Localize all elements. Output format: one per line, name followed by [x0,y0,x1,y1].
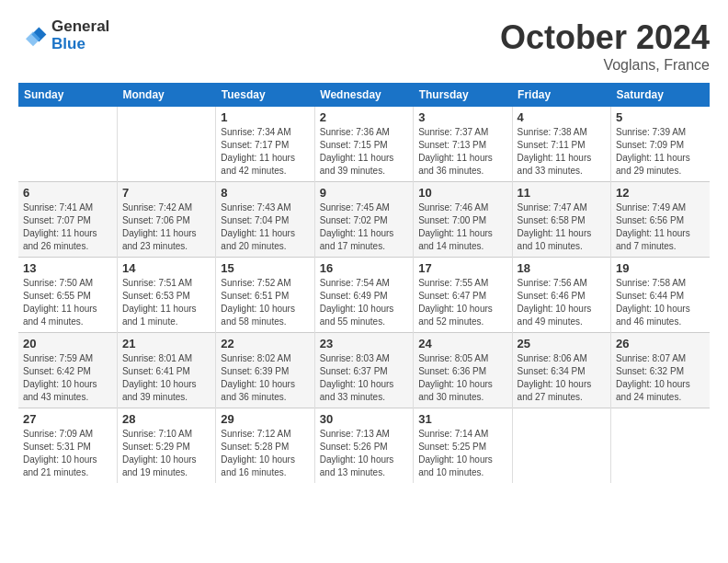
day-number: 28 [122,412,210,426]
day-number: 17 [418,261,506,275]
day-number: 25 [518,337,606,350]
day-info: Sunrise: 7:51 AM Sunset: 6:53 PM Dayligh… [122,277,210,328]
calendar-cell [512,408,610,484]
day-info: Sunrise: 8:06 AM Sunset: 6:34 PM Dayligh… [518,352,606,404]
calendar-cell: 18Sunrise: 7:56 AM Sunset: 6:46 PM Dayli… [512,258,610,333]
day-info: Sunrise: 7:41 AM Sunset: 7:07 PM Dayligh… [23,201,112,253]
day-header-wednesday: Wednesday [314,83,413,107]
calendar-cell: 14Sunrise: 7:51 AM Sunset: 6:53 PM Dayli… [117,258,215,333]
calendar-cell: 10Sunrise: 7:46 AM Sunset: 7:00 PM Dayli… [414,182,512,258]
day-number: 23 [320,337,408,350]
day-number: 29 [221,412,309,426]
day-info: Sunrise: 7:45 AM Sunset: 7:02 PM Dayligh… [320,201,408,253]
title-block: October 2024 Voglans, France [500,18,710,74]
day-info: Sunrise: 7:36 AM Sunset: 7:15 PM Dayligh… [320,126,408,178]
calendar-cell: 4Sunrise: 7:38 AM Sunset: 7:11 PM Daylig… [512,107,610,182]
calendar-cell: 28Sunrise: 7:10 AM Sunset: 5:29 PM Dayli… [117,408,215,484]
calendar-cell: 30Sunrise: 7:13 AM Sunset: 5:26 PM Dayli… [314,408,413,484]
calendar-cell: 3Sunrise: 7:37 AM Sunset: 7:13 PM Daylig… [414,107,512,182]
calendar-cell: 29Sunrise: 7:12 AM Sunset: 5:28 PM Dayli… [216,408,314,484]
calendar-table: SundayMondayTuesdayWednesdayThursdayFrid… [18,83,710,483]
calendar-cell: 26Sunrise: 8:07 AM Sunset: 6:32 PM Dayli… [611,333,710,408]
day-number: 13 [23,261,112,275]
day-info: Sunrise: 7:13 AM Sunset: 5:26 PM Dayligh… [320,428,408,479]
day-info: Sunrise: 7:42 AM Sunset: 7:06 PM Dayligh… [122,201,210,253]
day-number: 22 [221,337,309,350]
week-row-5: 27Sunrise: 7:09 AM Sunset: 5:31 PM Dayli… [18,408,710,484]
day-header-tuesday: Tuesday [216,83,314,107]
day-info: Sunrise: 7:38 AM Sunset: 7:11 PM Dayligh… [518,126,606,178]
calendar-cell: 22Sunrise: 8:02 AM Sunset: 6:39 PM Dayli… [216,333,314,408]
day-number: 3 [418,110,506,124]
day-number: 11 [518,186,606,200]
calendar-cell: 23Sunrise: 8:03 AM Sunset: 6:37 PM Dayli… [314,333,413,408]
day-header-saturday: Saturday [611,83,710,107]
calendar-cell [611,408,710,484]
days-header-row: SundayMondayTuesdayWednesdayThursdayFrid… [18,83,710,107]
day-number: 15 [221,261,309,275]
day-info: Sunrise: 7:09 AM Sunset: 5:31 PM Dayligh… [23,428,112,479]
logo-icon [18,21,48,51]
day-number: 31 [418,412,506,426]
logo: General Blue [18,18,109,52]
logo-text-line2: Blue [51,36,109,53]
day-number: 4 [518,110,606,124]
week-row-3: 13Sunrise: 7:50 AM Sunset: 6:55 PM Dayli… [18,258,710,333]
day-number: 5 [616,110,705,124]
day-info: Sunrise: 7:37 AM Sunset: 7:13 PM Dayligh… [418,126,506,178]
page-header: General Blue October 2024 Voglans, Franc… [18,18,710,74]
day-info: Sunrise: 8:02 AM Sunset: 6:39 PM Dayligh… [221,352,309,404]
calendar-cell: 27Sunrise: 7:09 AM Sunset: 5:31 PM Dayli… [18,408,117,484]
day-info: Sunrise: 7:34 AM Sunset: 7:17 PM Dayligh… [221,126,309,178]
logo-text-line1: General [51,18,109,36]
day-info: Sunrise: 7:54 AM Sunset: 6:49 PM Dayligh… [320,277,408,328]
calendar-cell: 16Sunrise: 7:54 AM Sunset: 6:49 PM Dayli… [314,258,413,333]
day-number: 16 [320,261,408,275]
week-row-2: 6Sunrise: 7:41 AM Sunset: 7:07 PM Daylig… [18,182,710,258]
calendar-cell: 15Sunrise: 7:52 AM Sunset: 6:51 PM Dayli… [216,258,314,333]
day-info: Sunrise: 7:58 AM Sunset: 6:44 PM Dayligh… [616,277,705,328]
calendar-cell: 8Sunrise: 7:43 AM Sunset: 7:04 PM Daylig… [216,182,314,258]
day-number: 30 [320,412,408,426]
calendar-cell: 1Sunrise: 7:34 AM Sunset: 7:17 PM Daylig… [216,107,314,182]
day-info: Sunrise: 7:47 AM Sunset: 6:58 PM Dayligh… [518,201,606,253]
day-info: Sunrise: 7:56 AM Sunset: 6:46 PM Dayligh… [518,277,606,328]
day-number: 7 [122,186,210,200]
week-row-4: 20Sunrise: 7:59 AM Sunset: 6:42 PM Dayli… [18,333,710,408]
calendar-cell: 2Sunrise: 7:36 AM Sunset: 7:15 PM Daylig… [314,107,413,182]
calendar-cell: 6Sunrise: 7:41 AM Sunset: 7:07 PM Daylig… [18,182,117,258]
day-info: Sunrise: 7:14 AM Sunset: 5:25 PM Dayligh… [418,428,506,479]
day-info: Sunrise: 7:52 AM Sunset: 6:51 PM Dayligh… [221,277,309,328]
day-info: Sunrise: 7:49 AM Sunset: 6:56 PM Dayligh… [616,201,705,253]
day-number: 18 [518,261,606,275]
day-info: Sunrise: 8:01 AM Sunset: 6:41 PM Dayligh… [122,352,210,404]
calendar-cell [117,107,215,182]
day-info: Sunrise: 8:07 AM Sunset: 6:32 PM Dayligh… [616,352,705,404]
day-info: Sunrise: 7:46 AM Sunset: 7:00 PM Dayligh… [418,201,506,253]
day-info: Sunrise: 7:59 AM Sunset: 6:42 PM Dayligh… [23,352,112,404]
day-info: Sunrise: 7:43 AM Sunset: 7:04 PM Dayligh… [221,201,309,253]
day-info: Sunrise: 7:50 AM Sunset: 6:55 PM Dayligh… [23,277,112,328]
calendar-cell: 11Sunrise: 7:47 AM Sunset: 6:58 PM Dayli… [512,182,610,258]
calendar-cell: 21Sunrise: 8:01 AM Sunset: 6:41 PM Dayli… [117,333,215,408]
day-number: 8 [221,186,309,200]
month-title: October 2024 [500,18,710,57]
calendar-cell: 5Sunrise: 7:39 AM Sunset: 7:09 PM Daylig… [611,107,710,182]
day-number: 24 [418,337,506,350]
day-info: Sunrise: 7:55 AM Sunset: 6:47 PM Dayligh… [418,277,506,328]
day-number: 2 [320,110,408,124]
day-number: 19 [616,261,705,275]
calendar-cell: 17Sunrise: 7:55 AM Sunset: 6:47 PM Dayli… [414,258,512,333]
calendar-cell: 9Sunrise: 7:45 AM Sunset: 7:02 PM Daylig… [314,182,413,258]
day-number: 10 [418,186,506,200]
day-info: Sunrise: 7:10 AM Sunset: 5:29 PM Dayligh… [122,428,210,479]
day-info: Sunrise: 8:05 AM Sunset: 6:36 PM Dayligh… [418,352,506,404]
calendar-cell [18,107,117,182]
day-number: 9 [320,186,408,200]
day-info: Sunrise: 7:39 AM Sunset: 7:09 PM Dayligh… [616,126,705,178]
week-row-1: 1Sunrise: 7:34 AM Sunset: 7:17 PM Daylig… [18,107,710,182]
day-number: 14 [122,261,210,275]
day-number: 21 [122,337,210,350]
day-info: Sunrise: 7:12 AM Sunset: 5:28 PM Dayligh… [221,428,309,479]
calendar-cell: 24Sunrise: 8:05 AM Sunset: 6:36 PM Dayli… [414,333,512,408]
